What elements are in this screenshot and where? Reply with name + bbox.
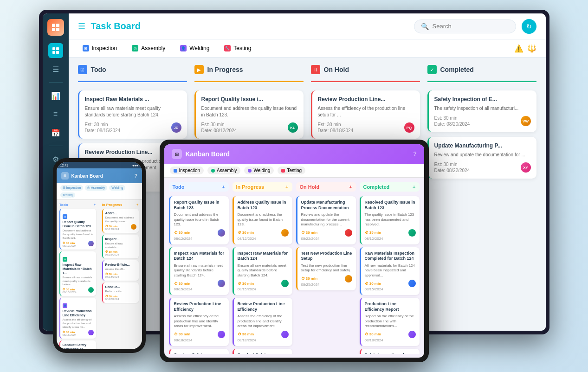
sidebar-icon-analytics[interactable]: 📊 xyxy=(48,88,63,103)
table-row[interactable]: Update Manufacturing P... Review and upd… xyxy=(427,137,536,179)
completed-icon: ✓ xyxy=(427,65,437,74)
card-title: Conduc... xyxy=(105,285,136,289)
card-date: 08/12/2024 xyxy=(365,237,416,241)
card-date: 08/18/2024 xyxy=(238,338,289,342)
tablet-header-icons: ? xyxy=(414,151,417,157)
list-item[interactable]: Conduc... Perform a tho... ⏱ 30 min 08/2… xyxy=(102,282,139,303)
sidebar-divider-1 xyxy=(49,82,63,83)
phone-logo: ⊞ xyxy=(61,172,69,180)
tablet-chip-welding[interactable]: Welding xyxy=(244,167,274,174)
phone-chip-welding[interactable]: Welding xyxy=(109,185,125,191)
list-item[interactable]: Review Efficie... Assess the eff... ⏱ 30… xyxy=(102,260,139,281)
phone-chip-testing[interactable]: Testing xyxy=(60,192,75,198)
avatar: PQ xyxy=(404,122,414,133)
svg-rect-2 xyxy=(52,28,55,31)
list-item[interactable]: Update Manufacturing Process Documentati… xyxy=(296,196,356,244)
list-item[interactable]: ⊞ Inspect Raw Materials for Batch 1... E… xyxy=(59,251,96,296)
card-time: ⏱ 30 min xyxy=(365,282,381,286)
card-desc: Ensure all raw materials meet quality st… xyxy=(174,263,225,278)
sidebar-icon-dashboard[interactable] xyxy=(48,43,63,58)
filter-chip-inspection[interactable]: ⊞ Inspection xyxy=(78,43,122,53)
phone-todo-add[interactable]: + xyxy=(94,203,96,207)
phone-menu-icon[interactable]: ? xyxy=(135,173,137,179)
card-icon: 👤 xyxy=(63,303,67,308)
tablet-inprogress-add[interactable]: + xyxy=(285,184,288,190)
list-item[interactable]: Inspect... Ensure all raw materials... ⏱… xyxy=(102,235,139,259)
card-desc: Review and update the documentation for … xyxy=(301,212,352,227)
card-desc: All raw materials for Batch 124 have bee… xyxy=(365,263,416,278)
card-desc: Report on the efficiency of the producti… xyxy=(365,314,416,328)
filter-label-assembly: Assembly xyxy=(141,45,165,51)
card-title: Safety Inspection of Equipment Completed xyxy=(365,353,416,354)
task-title: Inspect Raw Materials ... xyxy=(85,96,181,103)
card-title: Raw Materials Inspection Completed for B… xyxy=(365,251,416,262)
list-item[interactable]: 👤 Review Production Line Efficiency Asse… xyxy=(59,298,96,339)
table-row[interactable]: Review Production Line... Assess the eff… xyxy=(311,90,420,139)
list-item[interactable]: Safety Inspection of Equipment Completed… xyxy=(360,349,420,354)
avatar xyxy=(88,241,94,246)
tablet-chip-assembly[interactable]: Assembly xyxy=(207,167,240,174)
refresh-button[interactable]: ↻ xyxy=(522,19,536,34)
sidebar-divider-2 xyxy=(49,146,63,146)
task-desc: The safety inspection of all manufacturi… xyxy=(434,105,531,112)
list-item[interactable]: Review Production Line Efficiency Assess… xyxy=(169,298,229,346)
card-desc: Document and address the quality issue..… xyxy=(105,216,136,224)
filter-chip-testing[interactable]: 🔧 Testing xyxy=(220,43,256,53)
card-date: 08/18/2024 xyxy=(174,338,225,342)
list-item[interactable]: Conduct Safety Inspection of Equipment P… xyxy=(169,349,229,354)
card-desc: Assess the efficiency of the production … xyxy=(238,314,289,328)
tablet-completed-add[interactable]: + xyxy=(413,184,415,190)
warning-icon[interactable]: ⚠️ xyxy=(514,44,523,53)
list-item[interactable]: Inspect Raw Materials for Batch 124 Ensu… xyxy=(169,247,229,295)
list-item[interactable]: ⊞ Report Quality Issue in Batch 123 Docu… xyxy=(59,209,96,250)
list-item[interactable]: Report Quality Issue in Batch 123 Docume… xyxy=(169,196,229,244)
card-title: Review Production Line Efficiency xyxy=(63,309,94,317)
tablet-chip-testing[interactable]: Testing xyxy=(278,167,305,174)
phone-chip-inspection[interactable]: ⊞ Inspection xyxy=(60,185,84,191)
list-item[interactable]: Inspect Raw Materials for Batch 124 Ensu… xyxy=(233,247,292,295)
sidebar-icon-list[interactable]: ≡ xyxy=(48,107,63,122)
task-est: Est: 30 min xyxy=(434,162,470,167)
list-item[interactable]: Address Quality Issue in Batch 123 Docum… xyxy=(233,196,292,244)
filter-label-testing: Testing xyxy=(233,45,251,51)
card-title: Review Production Line Efficiency xyxy=(238,301,289,312)
card-time: ⏱ 30 min xyxy=(174,231,191,235)
task-date: Date: 08/18/2024 xyxy=(318,128,354,133)
list-item[interactable]: Raw Materials Inspection Completed for B… xyxy=(360,247,420,295)
sidebar-icon-tasks[interactable]: ☰ xyxy=(48,62,63,77)
tablet-completed-header: Completed + xyxy=(360,182,420,192)
card-title: Inspect... xyxy=(105,237,136,241)
avatar xyxy=(408,280,416,287)
search-input[interactable] xyxy=(433,23,507,30)
card-desc: Document and address the quality issue f… xyxy=(174,212,225,227)
table-row[interactable]: Safety Inspection of E... The safety ins… xyxy=(427,90,536,132)
tablet-help-icon[interactable]: ? xyxy=(414,151,417,157)
card-desc: Ensure all raw materials... xyxy=(105,242,136,250)
filter-chip-assembly[interactable]: ◎ Assembly xyxy=(127,43,170,53)
list-item[interactable]: Addre... Document and address the qualit… xyxy=(102,209,139,233)
card-title: Conduct Safety Inspection of Equipment xyxy=(63,343,94,349)
task-est: Est: 30 min xyxy=(85,122,121,127)
phone-inprogress-add[interactable]: + xyxy=(136,203,139,207)
sidebar-icon-calendar[interactable]: 📅 xyxy=(48,125,63,140)
tablet-todo-add[interactable]: + xyxy=(222,184,225,190)
list-item[interactable]: Review Production Line Efficiency Assess… xyxy=(233,298,292,346)
card-desc: Assess the efficiency of the production … xyxy=(63,318,94,329)
list-item[interactable]: Production Line Efficiency Report Report… xyxy=(360,298,420,346)
list-item[interactable]: Conduct Safety Inspection of Equipment P… xyxy=(59,340,96,349)
menu-icon[interactable]: ☰ xyxy=(78,21,85,32)
card-icon: ⊞ xyxy=(63,257,67,262)
list-item[interactable]: Test New Production Line Setup Test the … xyxy=(296,247,356,290)
filter-chip-welding[interactable]: 👤 Welding xyxy=(175,43,214,53)
phone-header: ⊞ Kanban Board ? xyxy=(57,168,142,183)
tablet-onhold-add[interactable]: + xyxy=(349,184,352,190)
card-desc: Ensure all raw materials meet quality st… xyxy=(63,276,94,287)
tablet-chip-inspection[interactable]: Inspection xyxy=(170,167,204,174)
list-item[interactable]: Resolved Quality Issue in Batch 123 The … xyxy=(360,196,420,244)
list-item[interactable]: Conduct Safety Inspection of Equipment P… xyxy=(233,349,292,354)
phone-chip-assembly[interactable]: ◎ Assembly xyxy=(85,185,107,191)
tablet-title: Kanban Board xyxy=(186,150,230,158)
group-icon[interactable]: 🔱 xyxy=(527,44,536,53)
table-row[interactable]: Inspect Raw Materials ... Ensure all raw… xyxy=(78,90,187,139)
table-row[interactable]: Report Quality Issue i... Document and a… xyxy=(194,90,304,139)
